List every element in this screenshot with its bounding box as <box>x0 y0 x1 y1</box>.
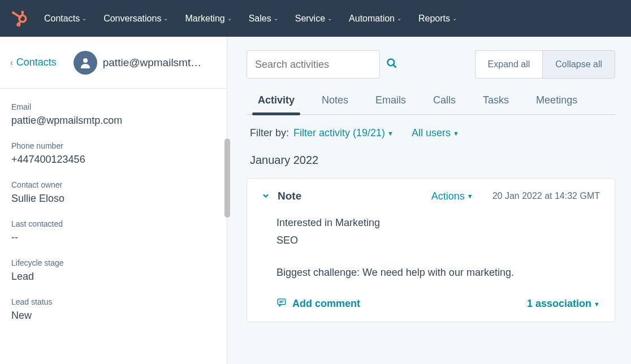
field-last-contacted: Last contacted -- <box>11 219 215 244</box>
note-timestamp: 20 Jan 2022 at 14:32 GMT <box>492 191 600 201</box>
tab-tasks[interactable]: Tasks <box>483 86 509 114</box>
activity-panel: Expand all Collapse all Activity Notes E… <box>227 37 631 364</box>
chevron-down-icon: ⌄ <box>274 15 278 21</box>
scrollbar-thumb[interactable] <box>224 138 230 218</box>
collapse-note-icon[interactable] <box>262 192 270 201</box>
tab-activity[interactable]: Activity <box>258 86 295 114</box>
add-comment-button[interactable]: Add comment <box>276 297 360 310</box>
field-owner: Contact owner Sullie Eloso <box>11 180 215 205</box>
search-input[interactable] <box>255 59 386 71</box>
note-card: Note Actions▼ 20 Jan 2022 at 14:32 GMT I… <box>247 178 615 322</box>
chevron-down-icon: ⌄ <box>227 15 232 21</box>
comment-icon <box>276 297 287 310</box>
svg-rect-10 <box>278 299 286 305</box>
note-line: SEO <box>276 232 600 249</box>
chevron-down-icon: ▼ <box>594 301 600 307</box>
svg-point-7 <box>83 58 88 63</box>
contact-sidebar: ‹ Contacts pattie@wpmailsmt… Email patti… <box>0 37 227 364</box>
contact-name-display: pattie@wpmailsmt… <box>103 57 202 69</box>
back-label: Contacts <box>16 57 57 68</box>
contact-avatar[interactable] <box>74 51 97 75</box>
svg-point-2 <box>12 11 15 14</box>
chevron-down-icon: ⌄ <box>82 15 87 21</box>
search-activities-box[interactable] <box>247 50 380 79</box>
contact-details: Email pattie@wpmailsmtp.com Phone number… <box>0 89 227 322</box>
tab-calls[interactable]: Calls <box>433 86 456 114</box>
month-heading: January 2022 <box>250 154 615 167</box>
chevron-down-icon: ⌄ <box>327 15 332 21</box>
collapse-all-button[interactable]: Collapse all <box>542 50 615 79</box>
chevron-down-icon: ⌄ <box>163 15 168 21</box>
filter-by-label: Filter by: <box>250 127 289 139</box>
note-line: Interested in Marketing <box>276 215 600 231</box>
chevron-down-icon: ▼ <box>467 193 473 200</box>
note-body: Interested in Marketing SEO Biggest chal… <box>262 202 600 286</box>
activity-tabs: Activity Notes Emails Calls Tasks Meetin… <box>247 86 615 115</box>
nav-reports[interactable]: Reports⌄ <box>418 14 457 24</box>
note-actions-dropdown[interactable]: Actions▼ <box>431 190 473 202</box>
chevron-left-icon: ‹ <box>10 58 13 67</box>
back-to-contacts-link[interactable]: ‹ Contacts <box>10 57 57 68</box>
tab-notes[interactable]: Notes <box>322 86 348 114</box>
field-lifecycle: Lifecycle stage Lead <box>11 258 215 283</box>
top-navbar: Contacts⌄ Conversations⌄ Marketing⌄ Sale… <box>0 0 631 37</box>
filter-activity-dropdown[interactable]: Filter activity (19/21)▼ <box>293 127 394 139</box>
expand-all-button[interactable]: Expand all <box>475 50 543 79</box>
nav-contacts[interactable]: Contacts⌄ <box>44 14 87 24</box>
chevron-down-icon: ▼ <box>387 130 394 137</box>
expand-collapse-group: Expand all Collapse all <box>475 50 615 79</box>
svg-line-9 <box>394 64 396 67</box>
nav-marketing[interactable]: Marketing⌄ <box>185 14 231 24</box>
chevron-down-icon: ⌄ <box>452 15 457 21</box>
field-email: Email pattie@wpmailsmtp.com <box>11 102 215 127</box>
nav-automation[interactable]: Automation⌄ <box>349 14 401 24</box>
field-phone: Phone number +447400123456 <box>11 141 215 166</box>
sidebar-header: ‹ Contacts pattie@wpmailsmt… <box>0 37 227 89</box>
search-icon[interactable] <box>386 58 397 72</box>
nav-sales[interactable]: Sales⌄ <box>249 14 278 24</box>
tab-emails[interactable]: Emails <box>375 86 406 114</box>
svg-point-8 <box>388 59 395 66</box>
chevron-down-icon: ▼ <box>453 130 459 137</box>
hubspot-logo-icon[interactable] <box>11 11 27 27</box>
card-title: Note <box>278 190 423 202</box>
field-lead-status: Lead status New <box>11 297 215 322</box>
svg-point-4 <box>21 11 24 14</box>
nav-conversations[interactable]: Conversations⌄ <box>103 14 168 24</box>
filter-row: Filter by: Filter activity (19/21)▼ All … <box>247 115 615 151</box>
filter-users-dropdown[interactable]: All users▼ <box>412 127 459 139</box>
chevron-down-icon: ⌄ <box>397 15 401 21</box>
note-line: Biggest challenge: We need help with our… <box>276 265 600 281</box>
nav-service[interactable]: Service⌄ <box>295 14 332 24</box>
associations-dropdown[interactable]: 1 association▼ <box>527 298 600 310</box>
tab-meetings[interactable]: Meetings <box>536 86 577 114</box>
